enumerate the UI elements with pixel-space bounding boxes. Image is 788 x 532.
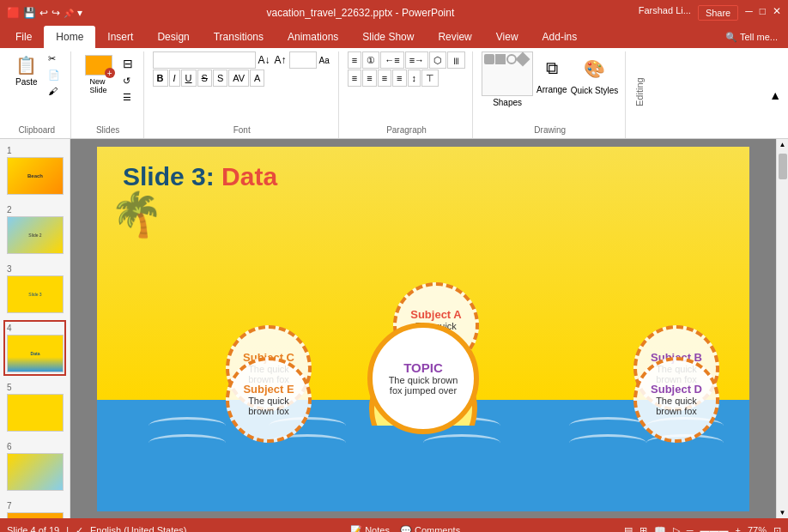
font-size-input[interactable] [289,51,317,69]
font-size-decrease-icon[interactable]: A↓ [257,52,272,68]
zoom-in-button[interactable]: + [736,525,741,532]
view-slideshow-button[interactable]: ▷ [673,525,680,533]
tab-addins[interactable]: Add-ins [530,26,590,48]
align-center-button[interactable]: ≡ [362,70,376,87]
textalign-button[interactable]: ⊤ [421,70,439,87]
format-painter-button[interactable]: 🖌 [45,84,64,98]
smartart-button[interactable]: ⬡ [429,51,446,69]
tab-transitions[interactable]: Transitions [202,26,276,48]
paragraph-label: Paragraph [341,125,472,135]
shadow-button[interactable]: S [213,70,227,87]
layout-button[interactable]: ⊟ [119,55,136,72]
align-right-button[interactable]: ≡ [378,70,391,87]
wave-6 [423,434,500,451]
save-icon[interactable]: 💾 [23,7,36,19]
group-font: A↓ A↑ Aa B I U S S AV A [146,51,339,138]
tab-insert[interactable]: Insert [95,26,145,48]
comments-button[interactable]: 💬 Comments [400,525,460,533]
decrease-indent-button[interactable]: ←≡ [380,51,403,69]
notes-button[interactable]: 📝 Notes [350,525,390,533]
subject-circle-d[interactable]: Subject D The quickbrown fox [633,357,719,443]
view-slide-sorter-button[interactable]: ⊞ [639,525,647,533]
tab-view[interactable]: View [484,26,530,48]
zoom-out-button[interactable]: ─ [687,525,694,532]
ribbon: File Home Insert Design Transitions Anim… [0,26,788,139]
tab-home[interactable]: Home [44,26,95,48]
canvas-area: 🌴 Slide 3: Data Subject A The quickbrown… [70,139,776,518]
bold-button[interactable]: B [153,70,168,87]
arrange-icon[interactable]: ⧉ [539,51,565,85]
linespacing-button[interactable]: ↕ [408,70,421,87]
fontcolor-button[interactable]: A [250,70,264,87]
paragraph-controls: ≡ ① ←≡ ≡→ ⬡ ⫼ ≡ ≡ ≡ ≡ ↕ ⊤ [348,51,465,87]
font-size-increase-icon[interactable]: A↑ [273,52,288,68]
scroll-down-button[interactable]: ▼ [779,509,786,517]
scroll-up-button[interactable]: ▲ [779,141,786,148]
tab-animations[interactable]: Animations [276,26,350,48]
slide-panel[interactable]: 1 Beach 2 Slide 2 3 Slide 3 4 Data 5 [0,139,70,518]
slide-thumb-3[interactable]: 3 Slide 3 [3,261,66,317]
font-name-input[interactable] [153,51,256,69]
slide-thumb-6[interactable]: 6 [3,438,66,494]
copy-button[interactable]: 📄 [45,68,64,82]
slide-thumb-7[interactable]: 7 [3,498,66,518]
main-area: 1 Beach 2 Slide 2 3 Slide 3 4 Data 5 [0,139,788,518]
view-normal-button[interactable]: ▤ [624,525,633,533]
bullets-button[interactable]: ≡ [348,51,361,69]
italic-button[interactable]: I [169,70,180,87]
tab-slideshow[interactable]: Slide Show [350,26,426,48]
redo-icon[interactable]: ↪ [52,7,60,19]
slide-thumb-4[interactable]: 4 Data [3,320,66,376]
paste-button[interactable]: 📋 Paste [10,51,43,90]
view-reading-button[interactable]: 📖 [654,525,666,533]
align-left-button[interactable]: ≡ [348,70,361,87]
tab-file[interactable]: File [3,26,44,48]
slide-title-prefix: Slide 3: [123,162,221,190]
cut-button[interactable]: ✂ [45,51,64,66]
topic-label: TOPIC [403,360,443,375]
zoom-slider[interactable]: ▬▬▬ [700,525,729,532]
subject-a-title: Subject A [410,308,461,321]
subject-circle-e[interactable]: Subject E The quickbrown fox [226,357,312,443]
tab-design[interactable]: Design [145,26,201,48]
increase-indent-button[interactable]: ≡→ [405,51,428,69]
reset-button[interactable]: ↺ [119,74,136,88]
new-slide-button[interactable]: + NewSlide [80,51,118,98]
collapse-ribbon-button[interactable]: ▲ [769,88,781,102]
fit-slide-button[interactable]: ⊡ [773,525,781,533]
columns-button[interactable]: ⫼ [447,51,465,69]
underline-button[interactable]: U [181,70,197,87]
slide-thumb-5[interactable]: 5 [3,379,66,435]
tab-review[interactable]: Review [426,26,483,48]
slide-title-highlight: Data [221,162,277,190]
editing-label: Editing [634,55,645,106]
share-button[interactable]: Share [698,5,738,21]
slide-preview-5 [7,394,64,432]
font-clear-icon[interactable]: Aa [318,54,331,67]
slide-thumb-2[interactable]: 2 Slide 2 [3,202,66,257]
maximize-button[interactable]: □ [760,5,766,21]
palm-tree: 🌴 [110,190,163,239]
numbering-button[interactable]: ① [362,51,379,69]
minimize-button[interactable]: ─ [745,5,753,21]
para-row1: ≡ ① ←≡ ≡→ ⬡ ⫼ [348,51,465,69]
close-button[interactable]: ✕ [773,5,781,21]
topic-circle[interactable]: TOPIC The quick brownfox jumped over [367,323,479,434]
slide-preview-2: Slide 2 [7,216,64,254]
slide-thumb-1[interactable]: 1 Beach [3,142,66,198]
app-icon: 🟥 [7,7,20,19]
title-bar-left: 🟥 💾 ↩ ↪ 📌 ▾ [7,7,82,19]
justify-button[interactable]: ≡ [392,70,406,87]
wave-7 [569,417,646,434]
shapes-panel[interactable] [482,51,533,96]
quick-styles-icon[interactable]: 🎨 [577,51,612,86]
strikethrough-button[interactable]: S [197,70,212,87]
charspacing-button[interactable]: AV [228,70,249,87]
undo-icon[interactable]: ↩ [39,7,48,19]
section-button[interactable]: ☰ [119,90,136,105]
slide-preview-1: Beach [7,157,64,195]
slide-canvas[interactable]: 🌴 Slide 3: Data Subject A The quickbrown… [97,147,749,511]
vertical-scrollbar[interactable]: ▲ ▼ [776,139,788,518]
scroll-thumb[interactable] [779,154,787,179]
tell-me[interactable]: 🔍 Tell me... [725,32,778,43]
